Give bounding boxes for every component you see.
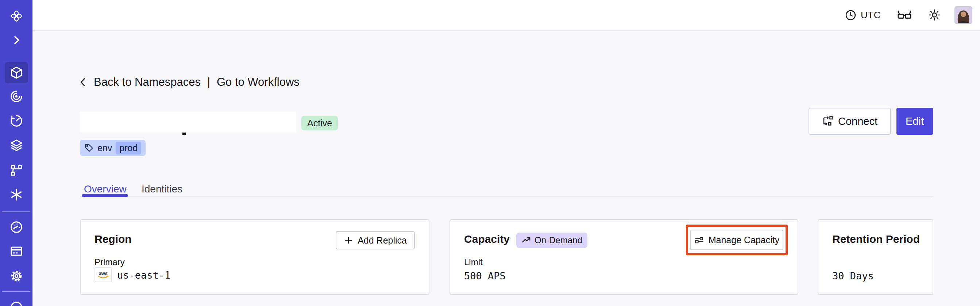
add-replica-label: Add Replica [358,235,407,246]
status-badge: Active [301,116,338,131]
manage-capacity-label: Manage Capacity [708,235,780,245]
retention-value: 30 Days [832,270,874,282]
sidebar-divider [2,212,30,212]
aws-logo-text: aws [99,271,108,276]
sidebar-item-usage[interactable] [0,220,32,234]
labs-toggle-button[interactable] [897,10,912,21]
sidebar-item-settings[interactable] [0,269,32,284]
namespace-detail-page: UTC [0,0,980,306]
sidebar-item-bottom-partial[interactable] [0,299,32,306]
connect-flow-icon [822,115,834,127]
on-demand-badge: On-Demand [516,233,587,248]
retention-card: Retention Period 30 Days [818,219,933,295]
glasses-icon [897,10,912,21]
plus-icon [344,236,353,245]
edit-button-label: Edit [905,115,924,128]
settings-gear-icon [10,269,23,283]
tag-key: env [97,143,112,153]
tag-value: prod [116,142,141,155]
breadcrumb: Back to Namespaces | Go to Workflows [78,76,299,89]
stack-layers-icon [10,139,23,152]
sidebar-divider [2,291,30,292]
capacity-card-title: Capacity [464,233,510,245]
sidebar-item-namespaces[interactable] [0,65,32,80]
namespace-tag: env prod [80,140,146,156]
temporal-logo-icon [9,9,24,23]
region-card: Region Add Replica Primary aws us-east-1 [80,219,430,295]
connect-button[interactable]: Connect [808,108,891,135]
add-replica-button[interactable]: Add Replica [336,231,415,249]
sidebar-item-stack[interactable] [0,138,32,153]
region-card-title: Region [94,233,132,245]
theme-toggle-button[interactable] [928,9,940,21]
nexus-asterisk-icon [10,188,23,202]
billing-card-icon [10,244,23,258]
aws-logo-icon: aws [96,269,110,280]
trending-up-icon [521,236,531,245]
retention-card-title: Retention Period [832,233,920,245]
avatar-photo [955,7,972,23]
clock-icon [845,9,857,21]
manage-capacity-highlight-annotation: Manage Capacity [686,225,788,255]
timezone-selector[interactable]: UTC [845,9,881,21]
aws-provider-chip: aws [94,267,112,282]
connect-button-label: Connect [838,115,878,128]
sidebar-item-billing[interactable] [0,244,32,258]
sidebar-item-deployments[interactable] [0,163,32,177]
usage-gauge-icon [10,220,23,234]
primary-label: Primary [94,257,125,267]
back-to-namespaces-link[interactable]: Back to Namespaces [94,76,200,89]
sidebar-expand-button[interactable] [0,33,32,48]
sliders-icon [694,235,704,245]
sidebar [0,0,32,306]
sun-icon [928,9,940,21]
timezone-label: UTC [861,10,881,21]
capacity-card: Capacity On-Demand Manage Capacity [450,219,798,295]
chevron-right-icon [11,34,22,46]
temporal-logo[interactable] [0,9,32,23]
sidebar-item-workflows[interactable] [0,89,32,104]
breadcrumb-separator: | [206,76,212,89]
tab-identities[interactable]: Identities [142,183,183,195]
main-content: Back to Namespaces | Go to Workflows Act… [32,32,980,306]
active-tab-underline [82,194,128,197]
schedules-clock-icon [10,114,23,128]
limit-value: 500 APS [464,270,506,282]
tab-overview[interactable]: Overview [84,183,127,195]
edit-button[interactable]: Edit [896,108,933,135]
namespaces-cube-icon [10,66,23,80]
namespace-title-redacted [80,112,296,132]
on-demand-badge-label: On-Demand [535,235,582,245]
manage-capacity-button[interactable]: Manage Capacity [690,230,783,250]
topbar: UTC [32,0,980,31]
user-avatar[interactable] [955,6,972,24]
limit-label: Limit [464,257,483,267]
tag-icon [84,143,94,153]
tabs-baseline-rule [80,196,933,196]
redacted-text-remnant [183,132,186,135]
sidebar-item-schedules[interactable] [0,113,32,128]
region-value: us-east-1 [117,269,170,281]
sidebar-item-nexus[interactable] [0,187,32,202]
deployments-branch-icon [10,163,23,177]
bottom-partial-icon [10,301,23,306]
back-chevron-icon[interactable] [78,76,89,88]
go-to-workflows-link[interactable]: Go to Workflows [217,76,299,89]
workflows-spiral-icon [10,89,23,104]
